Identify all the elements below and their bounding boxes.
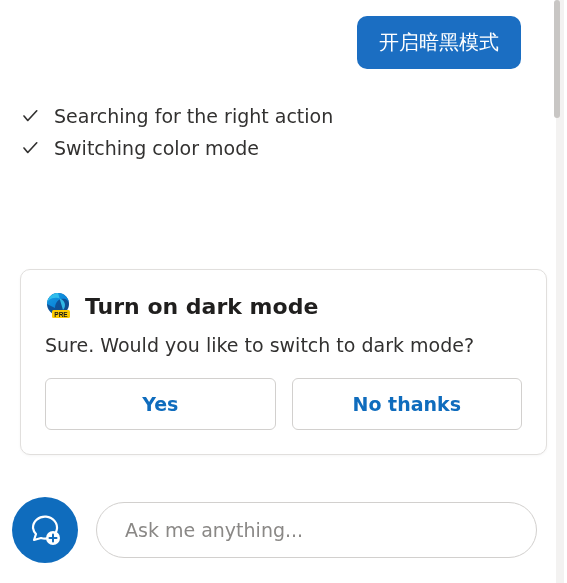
- chat-container: 开启暗黑模式 Searching for the right action Sw…: [0, 0, 567, 583]
- yes-button[interactable]: Yes: [45, 378, 276, 430]
- status-text: Searching for the right action: [54, 105, 333, 127]
- input-row: [12, 497, 537, 563]
- card-header: PRE Turn on dark mode: [45, 292, 522, 320]
- check-icon: [20, 106, 40, 126]
- status-list: Searching for the right action Switching…: [16, 105, 551, 169]
- check-icon: [20, 138, 40, 158]
- card-title: Turn on dark mode: [85, 294, 318, 319]
- user-message: 开启暗黑模式: [357, 16, 521, 69]
- chat-input[interactable]: [96, 502, 537, 558]
- status-item: Switching color mode: [20, 137, 551, 159]
- status-item: Searching for the right action: [20, 105, 551, 127]
- svg-text:PRE: PRE: [54, 311, 68, 318]
- card-actions: Yes No thanks: [45, 378, 522, 430]
- no-thanks-button[interactable]: No thanks: [292, 378, 523, 430]
- card-body: Sure. Would you like to switch to dark m…: [45, 334, 522, 356]
- edge-pre-icon: PRE: [45, 292, 73, 320]
- suggestion-card: PRE Turn on dark mode Sure. Would you li…: [20, 269, 547, 455]
- chat-plus-icon: [28, 513, 62, 547]
- status-text: Switching color mode: [54, 137, 259, 159]
- user-message-row: 开启暗黑模式: [16, 16, 551, 69]
- new-chat-button[interactable]: [12, 497, 78, 563]
